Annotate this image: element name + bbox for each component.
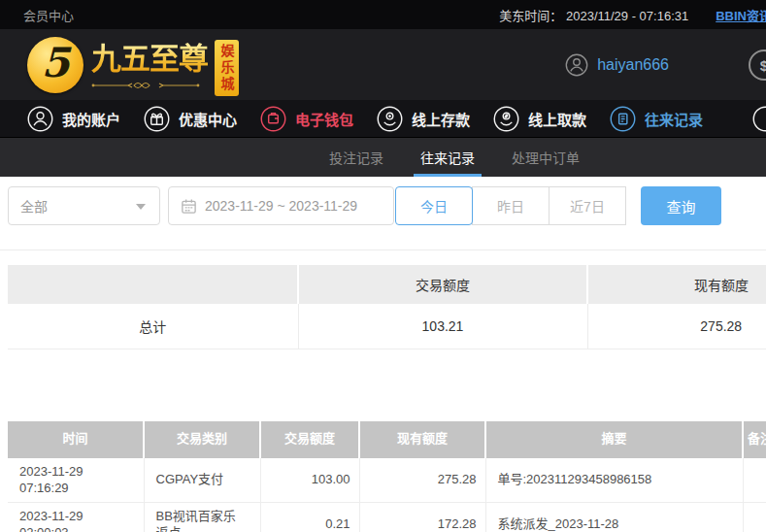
tab-transaction-records[interactable]: 往来记录: [414, 138, 482, 177]
cell-time: 2023-11-29 02:00:03: [8, 502, 144, 532]
summary-total-amount: 103.21: [298, 304, 587, 349]
col-amount: 交易额度: [260, 421, 359, 458]
nav-item-transaction-records[interactable]: 往来记录: [610, 106, 703, 132]
cell-summary: 单号:202311293458986158: [485, 458, 743, 503]
last7days-button[interactable]: 近7日: [549, 186, 626, 225]
summary-header-balance: 现有额度: [587, 265, 766, 304]
logo-badge: 娱乐城: [215, 40, 239, 96]
today-button[interactable]: 今日: [395, 186, 473, 225]
balance-icon[interactable]: $: [749, 50, 766, 81]
cell-balance: 275.28: [359, 458, 485, 503]
nav-item-online-withdraw[interactable]: 线上取款: [493, 106, 586, 132]
site-header: 5 九五至尊 娱乐城: [0, 29, 766, 100]
date-range-input[interactable]: 2023-11-29 ~ 2023-11-29: [168, 186, 394, 225]
summary-table: 交易额度 现有额度 总计 103.21 275.28: [8, 265, 766, 349]
cell-balance: 172.28: [359, 502, 485, 532]
table-row: 2023-11-29 07:16:29 CGPAY支付 103.00 275.2…: [8, 458, 766, 503]
nav-item-online-deposit[interactable]: 线上存款: [377, 106, 470, 132]
cell-time: 2023-11-29 07:16:29: [8, 458, 144, 503]
summary-header-amount: 交易额度: [298, 265, 587, 304]
records-header-row: 时间 交易类别 交易额度 现有额度 摘要 备注: [8, 421, 766, 458]
user-icon: [27, 106, 53, 132]
breadcrumb-member-center: 会员中心: [23, 6, 74, 24]
summary-total-row: 总计 103.21 275.28: [8, 304, 766, 349]
col-note: 备注: [743, 421, 766, 458]
type-select[interactable]: 全部: [8, 186, 160, 225]
user-avatar-icon: [565, 53, 588, 77]
deposit-icon: [377, 106, 403, 132]
filter-bar: 全部 2023-11-29 ~ 2023-11-29 今日 昨日 近7日 查询: [8, 186, 766, 225]
date-range-value: 2023-11-29 ~ 2023-11-29: [205, 198, 357, 214]
chevron-down-icon: [136, 204, 146, 210]
nav-item-e-wallet[interactable]: 电子钱包: [260, 106, 353, 132]
tab-bet-records[interactable]: 投注记录: [322, 138, 390, 177]
nav-label: 线上取款: [528, 109, 586, 129]
wallet-icon: [260, 106, 286, 132]
yesterday-button[interactable]: 昨日: [472, 186, 550, 225]
currency-symbol: $: [760, 57, 766, 74]
nav-label: 线上存款: [412, 109, 470, 129]
summary-header-empty: [8, 265, 298, 304]
header-user: haiyan666: [565, 29, 669, 100]
nav-label: 往来记录: [645, 109, 703, 129]
nav-item-promotions[interactable]: 优惠中心: [144, 106, 237, 132]
calendar-icon: [181, 198, 197, 215]
cell-type: BB视讯百家乐返点: [144, 502, 260, 532]
quick-range-group: 今日 昨日 近7日 查询: [395, 186, 626, 225]
col-balance: 现有额度: [359, 421, 485, 458]
section-divider: [0, 249, 766, 250]
nav-partial-icon: [752, 106, 766, 132]
cell-summary: 系统派发_2023-11-28: [485, 502, 743, 532]
member-center-page: 会员中心 美东时间： 2023/11/29 - 07:16:31 BBIN资讯 …: [0, 0, 766, 532]
nav-label: 优惠中心: [179, 109, 237, 129]
records-icon: [610, 106, 636, 132]
summary-header-row: 交易额度 现有额度: [8, 265, 766, 304]
record-subtabs: 投注记录 往来记录 处理中订单: [0, 138, 766, 177]
col-time: 时间: [8, 421, 144, 458]
topbar: 会员中心 美东时间： 2023/11/29 - 07:16:31 BBIN资讯: [0, 0, 766, 29]
topbar-right: 美东时间： 2023/11/29 - 07:16:31 BBIN资讯: [499, 0, 766, 29]
table-row: 2023-11-29 02:00:03 BB视讯百家乐返点 0.21 172.2…: [8, 502, 766, 532]
cell-amount: 0.21: [260, 502, 359, 532]
logo-95-icon: 5: [27, 37, 83, 93]
main-nav: 我的账户 优惠中心 电子钱包: [0, 100, 766, 138]
cell-note: [743, 502, 766, 532]
summary-total-label: 总计: [8, 304, 298, 349]
site-logo[interactable]: 5 九五至尊 娱乐城: [27, 34, 239, 96]
username[interactable]: haiyan666: [597, 56, 669, 74]
col-summary: 摘要: [485, 421, 743, 458]
col-type: 交易类别: [144, 421, 260, 458]
summary-total-balance: 275.28: [587, 304, 766, 349]
bbin-news-link[interactable]: BBIN资讯: [716, 6, 766, 24]
tab-pending-orders[interactable]: 处理中订单: [505, 138, 586, 177]
type-select-value: 全部: [20, 196, 48, 216]
nav-label: 我的账户: [62, 109, 120, 129]
withdraw-icon: [493, 106, 519, 132]
gift-icon: [144, 106, 170, 132]
nav-item-my-account[interactable]: 我的账户: [27, 106, 120, 132]
cell-amount: 103.00: [260, 458, 359, 503]
logo-body: 九五至尊: [91, 40, 208, 91]
logo-flourish-icon: [91, 80, 200, 91]
cell-note: [743, 458, 766, 503]
eastern-time: 美东时间： 2023/11/29 - 07:16:31: [499, 6, 688, 24]
logo-text: 九五至尊: [91, 40, 208, 79]
nav-label: 电子钱包: [295, 109, 353, 129]
records-table: 时间 交易类别 交易额度 现有额度 摘要 备注 2023-11-29 07:16…: [8, 421, 766, 532]
search-button[interactable]: 查询: [641, 186, 721, 225]
cell-type: CGPAY支付: [144, 458, 260, 503]
